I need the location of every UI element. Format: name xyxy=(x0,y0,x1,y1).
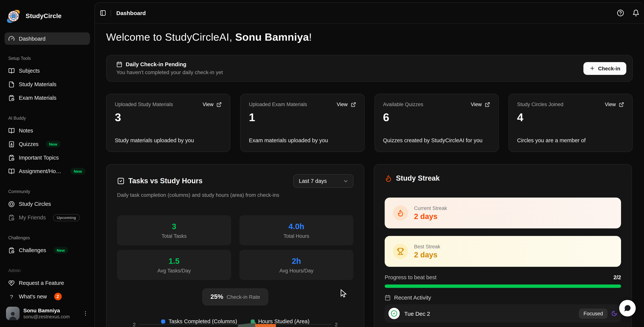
external-link-icon xyxy=(350,102,356,107)
tasks-card-subtitle: Daily task completion (columns) and stud… xyxy=(117,192,354,198)
sidebar-nav: Dashboard xyxy=(4,32,90,45)
sidebar-item-label: Study Materials xyxy=(19,81,56,87)
book-open-icon xyxy=(8,68,15,74)
sidebar-item-whats-new[interactable]: ? What's new 2 xyxy=(4,290,90,303)
legend-dot-blue xyxy=(161,319,165,324)
book-open-icon xyxy=(8,168,15,174)
sidebar-item-subjects[interactable]: Subjects xyxy=(4,64,90,78)
sidebar-item-important-topics[interactable]: Important Topics xyxy=(4,151,90,164)
plus-icon xyxy=(590,66,595,71)
app-root: StudyCircle Dashboard Setup Tools Subjec… xyxy=(0,0,644,327)
profile-menu-icon[interactable] xyxy=(82,310,88,316)
topbar-title: Dashboard xyxy=(116,10,146,16)
avatar xyxy=(6,307,20,320)
count-badge: 2 xyxy=(54,293,62,300)
external-link-icon xyxy=(216,102,222,107)
stat-card-title: Uploaded Study Materials xyxy=(115,102,173,107)
book-open-icon xyxy=(8,128,15,134)
sidebar-toggle-icon[interactable] xyxy=(100,10,106,16)
sidebar-section-admin: Admin Request a Feature ? What's new 2 xyxy=(4,268,90,303)
app-logo-icon xyxy=(5,8,22,24)
sidebar-section-setup-tools: Setup Tools Subjects Study Materials Exa… xyxy=(4,56,90,104)
stat-card-circles: Study Circles Joined View 4 Circles you … xyxy=(508,94,633,152)
study-streak-card: Study Streak Current Streak 2 days xyxy=(374,164,632,327)
sidebar-item-my-friends[interactable]: My Friends Upcoming xyxy=(4,211,90,224)
stat-value: 1.5 xyxy=(168,256,180,266)
sidebar-item-assignment[interactable]: Assignment/Home... New xyxy=(4,164,90,178)
sidebar-item-label: Request a Feature xyxy=(19,280,64,286)
sidebar-item-label: Dashboard xyxy=(19,36,46,42)
stat-label: Total Hours xyxy=(284,233,310,239)
stat-card-description: Circles you are a member of xyxy=(517,137,624,143)
chat-widget-button[interactable] xyxy=(619,300,636,316)
view-link[interactable]: View xyxy=(605,102,624,107)
sidebar-item-notes[interactable]: Notes xyxy=(4,124,90,137)
current-streak-value: 2 days xyxy=(414,212,447,221)
sidebar-item-exam-materials[interactable]: Exam Materials xyxy=(4,91,90,104)
stat-card-title: Uploaded Exam Materials xyxy=(249,102,307,107)
sidebar-section-community: Community Study Circles My Friends Upcom… xyxy=(4,189,90,224)
mood-badge: Focused xyxy=(579,308,608,318)
help-icon[interactable] xyxy=(617,10,624,16)
profile-row[interactable]: Sonu Bamniya sonu@zestnexus.com xyxy=(4,305,90,322)
streak-card-title: Study Streak xyxy=(396,174,440,182)
tasks-stats-grid: 3 Total Tasks 4.0h Total Hours 1.5 Avg T… xyxy=(117,215,354,280)
external-link-icon xyxy=(485,102,490,107)
sidebar-item-label: Challenges xyxy=(19,247,46,253)
section-label: Setup Tools xyxy=(4,56,90,60)
clipboard-clock-icon xyxy=(8,214,15,221)
calendar-icon xyxy=(116,61,122,67)
sidebar-item-quizzes[interactable]: Quizzes New xyxy=(4,137,90,151)
checkin-button[interactable]: Check-in xyxy=(584,62,626,75)
sidebar-item-label: What's new xyxy=(19,294,47,300)
profile-email: sonu@zestnexus.com xyxy=(23,314,70,320)
sidebar-item-label: Notes xyxy=(19,128,33,134)
checkin-rate-label: Check-in Rate xyxy=(226,294,260,300)
sidebar-item-challenges[interactable]: Challenges New xyxy=(4,244,90,257)
topbar-divider xyxy=(111,10,111,16)
sidebar-item-dashboard[interactable]: Dashboard xyxy=(4,32,90,45)
sidebar: StudyCircle Dashboard Setup Tools Subjec… xyxy=(0,0,94,327)
sidebar-item-study-circles[interactable]: Study Circles xyxy=(4,197,90,211)
app-logo-row: StudyCircle xyxy=(5,6,89,26)
sidebar-item-study-materials[interactable]: Study Materials xyxy=(4,78,90,91)
checkin-rate-value: 25% xyxy=(210,293,223,301)
stat-total-tasks: 3 Total Tasks xyxy=(117,215,231,245)
stat-card-exam-materials: Uploaded Exam Materials View 1 Exam mate… xyxy=(240,94,365,152)
new-badge: New xyxy=(70,168,85,174)
dashboard-content: Welcome to StudyCircleAI, Sonu Bamniya! … xyxy=(95,30,644,327)
tasks-card-title: Tasks vs Study Hours xyxy=(128,177,202,185)
tasks-vs-hours-card: Tasks vs Study Hours Last 7 days Daily t… xyxy=(106,164,364,327)
bell-icon[interactable] xyxy=(632,10,640,16)
stat-label: Avg Hours/Day xyxy=(279,268,313,274)
recent-activity-header: Recent Activity xyxy=(385,294,621,301)
progress-bar xyxy=(385,284,621,288)
sidebar-item-label: Study Circles xyxy=(19,201,51,207)
stat-label: Total Tasks xyxy=(162,233,186,239)
stat-card-value: 3 xyxy=(115,111,222,124)
view-link[interactable]: View xyxy=(202,102,222,107)
best-streak-value: 2 days xyxy=(414,250,440,259)
topbar: Dashboard xyxy=(95,3,644,24)
range-select[interactable]: Last 7 days xyxy=(293,174,354,188)
sidebar-item-label: Exam Materials xyxy=(19,95,56,101)
external-link-icon xyxy=(619,102,624,107)
sidebar-item-label: Assignment/Home... xyxy=(19,168,63,174)
sidebar-item-request-feature[interactable]: Request a Feature xyxy=(4,276,90,290)
progress-value: 2/2 xyxy=(614,274,621,280)
progress-label: Progress to beat best xyxy=(385,274,436,280)
current-streak-label: Current Streak xyxy=(414,205,447,211)
question-icon: ? xyxy=(8,293,15,300)
stat-card-value: 4 xyxy=(517,111,624,124)
trophy-icon xyxy=(393,244,408,259)
activity-row: Tue Dec 2 Focused xyxy=(385,304,621,322)
activity-date: Tue Dec 2 xyxy=(404,310,430,317)
heart-handshake-icon xyxy=(8,280,15,286)
section-label: Challenges xyxy=(4,236,90,240)
stat-card-description: Exam materials uploaded by you xyxy=(249,137,356,143)
legend-tasks: Tasks Completed (Columns) xyxy=(161,318,237,324)
banner-subtitle: You haven't completed your daily check-i… xyxy=(116,69,223,75)
view-link[interactable]: View xyxy=(337,102,356,107)
view-link[interactable]: View xyxy=(471,102,490,107)
stat-total-hours: 4.0h Total Hours xyxy=(240,215,354,245)
